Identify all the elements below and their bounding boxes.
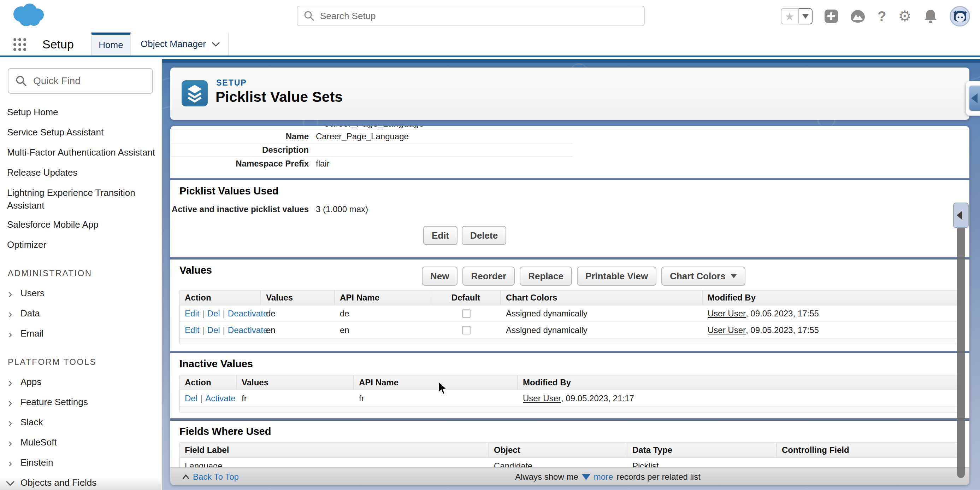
sidebar-top-list: Setup Home Service Setup Assistant Multi… — [0, 102, 161, 255]
delete-button[interactable]: Delete — [462, 226, 506, 245]
collapse-arrow-button[interactable] — [969, 85, 980, 111]
sidebar-section-administration: ADMINISTRATION — [0, 268, 161, 278]
detail-row-description: Description — [170, 144, 573, 157]
values-table: Action Values API Name Default Chart Col… — [179, 290, 961, 344]
app-launcher-icon[interactable] — [13, 38, 26, 51]
sidebar-item-einstein[interactable]: ›Einstein — [0, 453, 161, 473]
caret-down-icon — [730, 274, 737, 278]
values-row-de: Edit|Del|Deactivate de de Assigned dynam… — [180, 305, 961, 322]
search-input[interactable] — [320, 11, 631, 22]
sidebar-item-data[interactable]: ›Data — [0, 303, 161, 324]
values-row-en: Edit|Del|Deactivate en en Assigned dynam… — [180, 322, 961, 339]
sidebar-item-feature-settings[interactable]: ›Feature Settings — [0, 392, 161, 412]
quick-create-icon[interactable] — [824, 10, 838, 23]
detail-section: Name Career_Page_Language Description Na… — [170, 130, 969, 171]
tab-home[interactable]: Home — [91, 32, 131, 56]
del-link[interactable]: Del — [185, 394, 197, 404]
collapse-panel-tab[interactable] — [966, 81, 980, 116]
search-icon — [16, 75, 27, 87]
sidebar-item-objects-and-fields[interactable]: Objects and Fields — [0, 473, 161, 490]
more-records-link[interactable]: more — [594, 472, 613, 482]
inactive-values-heading: Inactive Values — [180, 358, 969, 370]
favorites-control: ★ — [781, 8, 813, 24]
content-panel: Career_Page_Language Name Career_Page_La… — [170, 126, 969, 485]
scroll-indicator-box[interactable] — [953, 203, 969, 228]
inactive-values-table: Action Values API Name Modified By Del|A… — [179, 375, 961, 413]
values-section-header: Values New Reorder Replace Printable Vie… — [170, 265, 969, 285]
favorite-star-button[interactable]: ★ — [781, 8, 799, 24]
sidebar-item-slack[interactable]: ›Slack — [0, 412, 161, 433]
sidebar-item-mfa-assistant[interactable]: Multi-Factor Authentication Assistant — [0, 142, 161, 163]
reorder-button[interactable]: Reorder — [463, 267, 515, 286]
trailhead-icon[interactable] — [850, 9, 865, 23]
modified-by-user-link[interactable]: User User — [523, 394, 561, 404]
main-content-area: SETUP Picklist Value Sets Career_Page_La… — [162, 59, 980, 490]
salesforce-logo[interactable] — [9, 2, 48, 31]
section-divider — [170, 178, 969, 180]
sidebar-item-service-setup-assistant[interactable]: Service Setup Assistant — [0, 122, 161, 142]
vertical-scrollbar[interactable] — [957, 211, 965, 478]
setup-eyebrow-label: SETUP — [216, 78, 247, 88]
chevron-down-icon — [212, 42, 220, 47]
sidebar-item-apps[interactable]: ›Apps — [0, 372, 161, 392]
chevron-right-icon: › — [0, 437, 21, 449]
back-to-top[interactable]: Back To Top — [182, 472, 239, 482]
sidebar-item-users[interactable]: ›Users — [0, 283, 161, 303]
modified-by-user-link[interactable]: User User — [708, 309, 746, 319]
page-header-card: SETUP Picklist Value Sets — [170, 67, 969, 120]
sidebar-item-email[interactable]: ›Email — [0, 324, 161, 344]
picklist-object-icon — [181, 80, 208, 107]
sidebar-item-salesforce-mobile-app[interactable]: Salesforce Mobile App — [0, 215, 161, 235]
setup-app-label: Setup — [42, 37, 74, 51]
global-search — [297, 6, 645, 26]
activate-link[interactable]: Activate — [205, 394, 235, 404]
edit-link[interactable]: Edit — [185, 325, 199, 335]
detail-row-name: Name Career_Page_Language — [170, 130, 573, 144]
section-divider — [170, 418, 969, 421]
section-divider — [170, 351, 969, 353]
edit-button[interactable]: Edit — [423, 226, 458, 245]
page-title: Picklist Value Sets — [215, 89, 343, 105]
arrow-left-icon — [957, 211, 963, 220]
chevron-right-icon: › — [0, 376, 21, 388]
inactive-row-fr: Del|Activate fr fr User User, 09.05.2023… — [180, 390, 961, 407]
del-link[interactable]: Del — [207, 325, 220, 335]
section-divider — [170, 257, 969, 260]
new-button[interactable]: New — [422, 267, 458, 286]
setup-gear-icon[interactable]: ⚙ — [898, 9, 912, 24]
nav-divider — [228, 32, 229, 56]
default-checkbox[interactable] — [462, 309, 471, 318]
del-link[interactable]: Del — [207, 309, 220, 319]
sidebar-item-setup-home[interactable]: Setup Home — [0, 102, 161, 122]
quick-find-input[interactable] — [33, 75, 139, 87]
user-avatar[interactable] — [950, 6, 970, 27]
chevron-right-icon: › — [0, 396, 21, 408]
fields-where-used-heading: Fields Where Used — [180, 426, 969, 437]
favorites-dropdown-button[interactable] — [799, 8, 813, 24]
inactive-table-header: Action Values API Name Modified By — [180, 375, 961, 390]
sidebar-item-lex-transition-assistant[interactable]: Lightning Experience Transition Assistan… — [0, 183, 148, 215]
records-per-list-control: Always show me more records per related … — [515, 472, 700, 482]
caret-down-icon — [582, 474, 590, 480]
search-icon — [304, 11, 314, 21]
sidebar-item-release-updates[interactable]: Release Updates — [0, 163, 161, 183]
edit-link[interactable]: Edit — [185, 309, 199, 319]
sidebar-platform-list: ›Apps ›Feature Settings ›Slack ›MuleSoft… — [0, 372, 161, 490]
notifications-bell-icon[interactable] — [923, 8, 938, 24]
panel-footer-bar: Back To Top Always show me more records … — [170, 468, 969, 485]
values-table-header: Action Values API Name Default Chart Col… — [180, 290, 961, 305]
sidebar-item-mulesoft[interactable]: ›MuleSoft — [0, 433, 161, 453]
modified-by-user-link[interactable]: User User — [708, 325, 746, 335]
default-checkbox[interactable] — [462, 326, 471, 334]
tab-object-manager[interactable]: Object Manager — [137, 32, 224, 56]
chevron-right-icon: › — [0, 308, 21, 319]
replace-button[interactable]: Replace — [520, 267, 572, 286]
chart-colors-dropdown-button[interactable]: Chart Colors — [661, 267, 745, 286]
chevron-right-icon: › — [0, 328, 21, 340]
printable-view-button[interactable]: Printable View — [577, 267, 656, 286]
values-toolbar: New Reorder Replace Printable View Chart… — [422, 267, 745, 286]
sidebar-admin-list: ›Users ›Data ›Email — [0, 283, 161, 344]
detail-row-namespace-prefix: Namespace Prefix flair — [170, 157, 573, 171]
help-icon[interactable]: ? — [878, 8, 886, 24]
sidebar-item-optimizer[interactable]: Optimizer — [0, 235, 161, 255]
